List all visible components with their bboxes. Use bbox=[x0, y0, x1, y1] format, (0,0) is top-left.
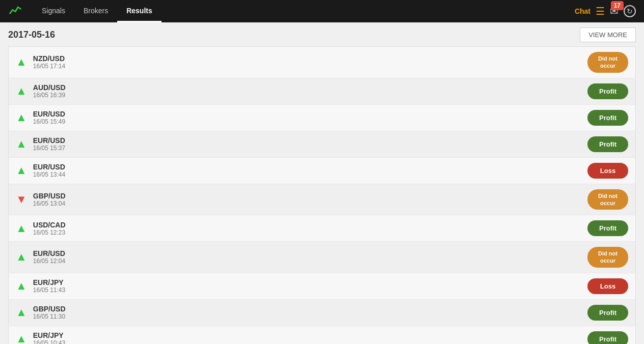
signal-info: GBP/USD16/05 11:30 bbox=[33, 305, 587, 320]
signal-row[interactable]: ▲AUD/USD16/05 16:39Profit bbox=[9, 78, 635, 105]
signal-info: EUR/USD16/05 13:44 bbox=[33, 163, 587, 178]
signal-row[interactable]: ▲EUR/USD16/05 15:37Profit bbox=[9, 131, 635, 158]
result-badge: Profit bbox=[587, 331, 628, 344]
signal-time: 16/05 16:39 bbox=[33, 92, 587, 99]
date-header: 2017-05-16 bbox=[8, 30, 55, 40]
signal-info: USD/CAD16/05 12:23 bbox=[33, 221, 587, 236]
signal-pair: NZD/USD bbox=[33, 54, 587, 63]
date-header-row: 2017-05-16 VIEW MORE bbox=[8, 27, 636, 42]
signal-pair: EUR/USD bbox=[33, 136, 587, 145]
logo bbox=[8, 4, 22, 19]
signal-row[interactable]: ▼GBP/USD16/05 13:04Did not occur bbox=[9, 184, 635, 216]
signal-info: EUR/JPY16/05 10:43 bbox=[33, 331, 587, 344]
result-badge: Profit bbox=[587, 110, 628, 126]
arrow-up-icon: ▲ bbox=[16, 85, 27, 97]
signal-pair: EUR/USD bbox=[33, 249, 587, 257]
nav-signals[interactable]: Signals bbox=[33, 1, 74, 22]
arrow-down-icon: ▼ bbox=[16, 194, 27, 205]
signal-time: 16/05 10:43 bbox=[33, 339, 587, 344]
content: 2017-05-16 VIEW MORE ▲NZD/USD16/05 17:14… bbox=[0, 22, 644, 344]
signal-pair: EUR/JPY bbox=[33, 278, 587, 286]
arrow-up-icon: ▲ bbox=[16, 251, 27, 263]
signal-info: AUD/USD16/05 16:39 bbox=[33, 83, 587, 99]
signal-time: 16/05 15:49 bbox=[33, 118, 587, 125]
signal-row[interactable]: ▲USD/CAD16/05 12:23Profit bbox=[9, 215, 635, 242]
signal-info: EUR/JPY16/05 11:43 bbox=[33, 278, 587, 294]
result-badge: Loss bbox=[587, 278, 628, 294]
arrow-up-icon: ▲ bbox=[16, 307, 27, 318]
signal-info: EUR/USD16/05 12:04 bbox=[33, 249, 587, 265]
notification-count: 17 bbox=[611, 1, 624, 10]
notification-wrapper: ✉ 17 bbox=[610, 5, 619, 17]
navbar: Signals Brokers Results Chat ☰ ✉ 17 ↻ bbox=[0, 0, 644, 22]
result-badge: Loss bbox=[587, 163, 628, 179]
result-badge: Did not occur bbox=[587, 247, 628, 268]
nav-links: Signals Brokers Results bbox=[33, 1, 162, 22]
result-badge: Profit bbox=[587, 83, 628, 99]
signal-time: 16/05 11:30 bbox=[33, 313, 587, 320]
signal-row[interactable]: ▲NZD/USD16/05 17:14Did not occur bbox=[9, 47, 635, 78]
signal-time: 16/05 12:23 bbox=[33, 229, 587, 236]
signal-row[interactable]: ▲EUR/USD16/05 13:44Loss bbox=[9, 158, 635, 184]
signal-pair: AUD/USD bbox=[33, 83, 587, 92]
arrow-up-icon: ▲ bbox=[16, 112, 27, 123]
signal-time: 16/05 13:44 bbox=[33, 171, 587, 178]
signal-pair: USD/CAD bbox=[33, 221, 587, 229]
signal-time: 16/05 17:14 bbox=[33, 63, 587, 70]
nav-right: Chat ☰ ✉ 17 ↻ bbox=[575, 5, 636, 17]
result-badge: Did not occur bbox=[587, 52, 628, 73]
arrow-up-icon: ▲ bbox=[16, 280, 27, 292]
arrow-up-icon: ▲ bbox=[16, 333, 27, 344]
signal-list: ▲NZD/USD16/05 17:14Did not occur▲AUD/USD… bbox=[8, 46, 636, 344]
signal-pair: EUR/USD bbox=[33, 110, 587, 118]
nav-brokers[interactable]: Brokers bbox=[74, 1, 117, 22]
signal-info: EUR/USD16/05 15:37 bbox=[33, 136, 587, 152]
chat-label[interactable]: Chat bbox=[575, 7, 591, 15]
arrow-up-icon: ▲ bbox=[16, 138, 27, 150]
signal-pair: GBP/USD bbox=[33, 305, 587, 313]
signal-row[interactable]: ▲EUR/JPY16/05 11:43Loss bbox=[9, 273, 635, 300]
signal-time: 16/05 11:43 bbox=[33, 286, 587, 294]
signal-time: 16/05 12:04 bbox=[33, 257, 587, 265]
signal-row[interactable]: ▲EUR/JPY16/05 10:43Profit bbox=[9, 326, 635, 344]
signal-row[interactable]: ▲EUR/USD16/05 12:04Did not occur bbox=[9, 242, 635, 273]
signal-info: GBP/USD16/05 13:04 bbox=[33, 192, 587, 207]
signal-time: 16/05 13:04 bbox=[33, 200, 587, 207]
signal-row[interactable]: ▲EUR/USD16/05 15:49Profit bbox=[9, 105, 635, 131]
result-badge: Profit bbox=[587, 220, 628, 236]
chat-icon: ☰ bbox=[596, 5, 605, 17]
arrow-up-icon: ▲ bbox=[16, 56, 27, 68]
result-badge: Did not occur bbox=[587, 189, 628, 210]
signal-pair: EUR/USD bbox=[33, 163, 587, 171]
view-more-button[interactable]: VIEW MORE bbox=[580, 27, 636, 42]
signal-row[interactable]: ▲GBP/USD16/05 11:30Profit bbox=[9, 300, 635, 326]
signal-info: NZD/USD16/05 17:14 bbox=[33, 54, 587, 70]
signal-pair: EUR/JPY bbox=[33, 331, 587, 339]
refresh-icon[interactable]: ↻ bbox=[624, 5, 636, 17]
signal-time: 16/05 15:37 bbox=[33, 145, 587, 152]
arrow-up-icon: ▲ bbox=[16, 223, 27, 234]
result-badge: Profit bbox=[587, 136, 628, 152]
arrow-up-icon: ▲ bbox=[16, 165, 27, 176]
signal-info: EUR/USD16/05 15:49 bbox=[33, 110, 587, 125]
result-badge: Profit bbox=[587, 305, 628, 321]
nav-results[interactable]: Results bbox=[117, 1, 162, 22]
signal-pair: GBP/USD bbox=[33, 192, 587, 200]
